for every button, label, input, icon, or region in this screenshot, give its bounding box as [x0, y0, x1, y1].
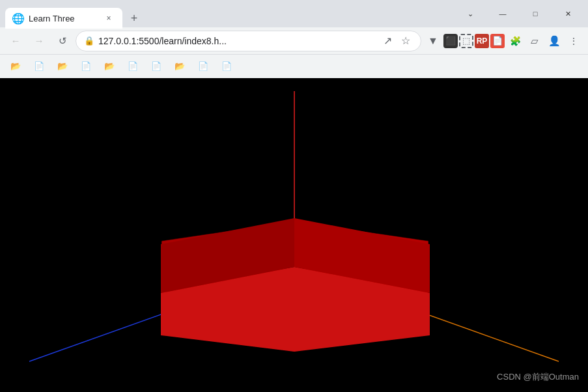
toolbar-actions: ▼ ⬛ ⬚ RP 📄 🧩 ▱ 👤 ⋮ — [424, 32, 583, 50]
tab-title: Learn Three — [29, 14, 98, 23]
browser-window: 🌐 Learn Three × + ⌄ — □ ✕ — [0, 0, 588, 392]
maximize-icon: □ — [533, 10, 538, 18]
navigation-toolbar: ← → ↺ 🔒 127.0.0.1:5500/learn/index8.h...… — [0, 27, 588, 55]
profile-icon[interactable]: 👤 — [545, 32, 563, 50]
ext-capture-icon[interactable]: ⬚ — [459, 34, 473, 48]
new-tab-button[interactable]: + — [125, 9, 143, 27]
address-text: 127.0.0.1:5500/learn/index8.h... — [98, 36, 377, 46]
bookmarks-bar: 📂 📄 📂 📄 📂 📄 📄 📂 📄 📄 — [0, 55, 588, 78]
bookmark-folder2-icon: 📂 — [57, 61, 68, 71]
bookmark-page3-icon: 📄 — [128, 61, 138, 71]
tab-close-button[interactable]: × — [103, 12, 115, 24]
ext-sidebar-icon[interactable]: ▱ — [525, 32, 544, 50]
bookmark-page2-icon: 📄 — [81, 61, 91, 71]
share-icon[interactable]: ↗ — [381, 32, 395, 49]
three-js-canvas[interactable] — [0, 78, 588, 392]
active-tab[interactable]: 🌐 Learn Three × — [5, 8, 122, 29]
window-controls: ⌄ — □ ✕ — [455, 3, 583, 24]
bookmark-item[interactable]: 📄 — [29, 59, 49, 74]
webpage-content[interactable]: CSDN @前端Outman — [0, 78, 588, 392]
bookmark-item[interactable]: 📄 — [122, 59, 143, 74]
bookmark-item[interactable]: 📂 — [5, 59, 26, 74]
tab-favicon: 🌐 — [13, 13, 23, 23]
watermark: CSDN @前端Outman — [497, 371, 579, 383]
scene-svg — [0, 78, 588, 392]
close-button[interactable]: ✕ — [553, 3, 583, 24]
bookmark-star-icon[interactable]: ☆ — [399, 32, 413, 49]
ext-dark-icon[interactable]: ⬛ — [443, 34, 458, 48]
ext-rp-icon[interactable]: RP — [475, 34, 489, 48]
forward-icon: → — [35, 35, 44, 46]
back-icon: ← — [11, 35, 21, 46]
bookmark-page4-icon: 📄 — [151, 61, 161, 71]
minimize-button[interactable]: — — [488, 3, 518, 24]
bookmark-item[interactable]: 📄 — [146, 59, 167, 74]
bookmark-page-icon: 📄 — [34, 61, 44, 71]
tab-strip: 🌐 Learn Three × + — [5, 0, 455, 27]
bookmark-folder3-icon: 📂 — [104, 61, 115, 71]
ext-pdf-icon[interactable]: 📄 — [490, 34, 505, 48]
close-icon: ✕ — [565, 10, 571, 18]
bookmark-item[interactable]: 📄 — [193, 59, 214, 74]
reload-icon: ↺ — [59, 35, 67, 47]
back-button[interactable]: ← — [5, 31, 26, 51]
maximize-button[interactable]: □ — [520, 3, 550, 24]
ext-puzzle-icon[interactable]: 🧩 — [506, 32, 524, 50]
ext-downloader-icon[interactable]: ▼ — [424, 32, 442, 50]
bookmark-item[interactable]: 📄 — [216, 59, 237, 74]
address-bar[interactable]: 🔒 127.0.0.1:5500/learn/index8.h... ↗ ☆ — [76, 31, 421, 51]
bookmark-folder-icon: 📂 — [10, 61, 21, 71]
bookmark-item[interactable]: 📂 — [99, 59, 120, 74]
address-favicon-icon: 🔒 — [84, 36, 94, 46]
menu-icon[interactable]: ⋮ — [565, 32, 583, 50]
title-bar: 🌐 Learn Three × + ⌄ — □ ✕ — [0, 0, 588, 27]
bookmark-item[interactable]: 📂 — [52, 59, 73, 74]
bookmark-page5-icon: 📄 — [198, 61, 208, 71]
bookmark-page6-icon: 📄 — [221, 61, 232, 71]
chevron-button[interactable]: ⌄ — [455, 3, 485, 24]
bookmark-item[interactable]: 📂 — [169, 59, 190, 74]
reload-button[interactable]: ↺ — [52, 31, 73, 51]
bookmark-item[interactable]: 📄 — [76, 59, 96, 74]
minimize-icon: — — [499, 10, 507, 18]
bookmark-folder4-icon: 📂 — [175, 61, 185, 71]
forward-button[interactable]: → — [29, 31, 49, 51]
chevron-icon: ⌄ — [468, 10, 473, 18]
